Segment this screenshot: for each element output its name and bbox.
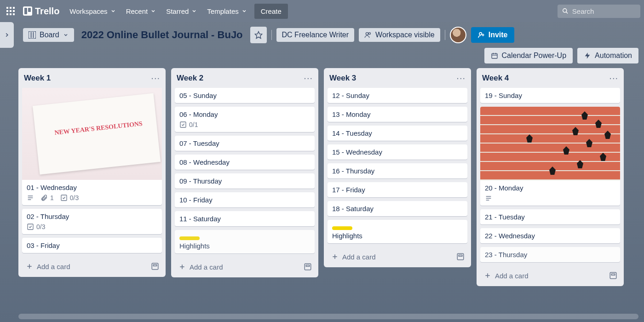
add-card-button[interactable]: Add a card — [176, 261, 302, 273]
list-menu-button[interactable]: ··· — [609, 73, 618, 83]
nav-item-workspaces[interactable]: Workspaces — [65, 5, 120, 18]
description-icon — [485, 195, 492, 202]
card-title: 19 - Sunday — [485, 92, 615, 99]
apps-launcher-icon[interactable] — [4, 5, 17, 17]
card[interactable]: 03 - Friday — [22, 238, 162, 253]
board-title[interactable]: 2022 Online Bullet Journal - BuJo — [79, 29, 246, 41]
sidebar-expand-button[interactable] — [0, 22, 14, 48]
board-header: Board 2022 Online Bullet Journal - BuJo … — [0, 22, 644, 48]
automation-button[interactable]: Automation — [577, 48, 638, 63]
svg-point-19 — [368, 33, 370, 34]
card-title: 09 - Thursday — [179, 177, 310, 185]
add-card-button[interactable]: Add a card — [328, 251, 454, 263]
card-title: 23 - Thursday — [485, 251, 615, 259]
nav-item-templates[interactable]: Templates — [202, 5, 251, 18]
workspace-button[interactable]: DC Freelance Writer — [276, 28, 355, 42]
card-cover-image — [22, 88, 162, 180]
card[interactable]: 08 - Wednesday — [175, 155, 315, 170]
card[interactable]: 12 - Sunday — [328, 88, 467, 103]
svg-rect-32 — [28, 224, 33, 230]
card-template-button[interactable] — [454, 251, 466, 263]
card[interactable]: 20 - Monday — [480, 107, 620, 206]
member-avatar[interactable] — [450, 27, 466, 43]
card-badges: 10/3 — [27, 194, 157, 201]
card[interactable]: 18 - Saturday — [328, 201, 467, 216]
star-icon — [254, 31, 263, 39]
search-box[interactable] — [558, 5, 640, 18]
card[interactable]: 14 - Tuesday — [328, 126, 467, 141]
card[interactable]: 16 - Thursday — [328, 163, 467, 178]
svg-point-20 — [479, 33, 482, 35]
svg-marker-17 — [255, 32, 262, 39]
list: Week 1···01 - Wednesday10/302 - Thursday… — [18, 68, 166, 277]
invite-button[interactable]: Invite — [471, 27, 514, 43]
list-title[interactable]: Week 2 — [177, 74, 203, 83]
card-template-button[interactable] — [607, 270, 619, 282]
board-canvas: Week 1···01 - Wednesday10/302 - Thursday… — [0, 68, 644, 307]
calendar-label: Calendar Power-Up — [502, 52, 567, 60]
list-menu-button[interactable]: ··· — [304, 73, 313, 83]
list-title[interactable]: Week 4 — [482, 74, 509, 83]
calendar-powerup-button[interactable]: Calendar Power-Up — [484, 48, 573, 63]
svg-line-13 — [566, 12, 568, 13]
card[interactable]: 11 - Saturday — [175, 211, 315, 226]
create-button[interactable]: Create — [254, 4, 288, 19]
card[interactable]: 21 - Tuesday — [480, 209, 620, 224]
horizontal-scrollbar[interactable] — [18, 314, 638, 319]
card[interactable]: 13 - Monday — [328, 107, 467, 122]
svg-rect-2 — [13, 7, 15, 9]
nav-item-label: Recent — [126, 7, 148, 15]
card-label-yellow[interactable] — [179, 236, 200, 240]
card[interactable]: Highlights — [175, 230, 315, 253]
card-template-button[interactable] — [302, 261, 314, 273]
card[interactable]: 22 - Wednesday — [480, 228, 620, 243]
card-badges: 0/1 — [179, 121, 310, 128]
card-title: 02 - Thursday — [27, 213, 157, 220]
card[interactable]: 01 - Wednesday10/3 — [22, 88, 162, 205]
search-input[interactable] — [572, 7, 636, 15]
card[interactable]: 07 - Tuesday — [175, 136, 315, 151]
svg-point-18 — [366, 33, 368, 35]
card[interactable]: 17 - Friday — [328, 182, 467, 197]
card[interactable]: 09 - Thursday — [175, 173, 315, 189]
top-nav: Trello WorkspacesRecentStarredTemplates … — [0, 0, 644, 22]
card[interactable]: 15 - Wednesday — [328, 144, 467, 160]
svg-rect-11 — [28, 8, 31, 12]
card-title: 05 - Sunday — [179, 92, 310, 99]
card-title: 17 - Friday — [332, 186, 463, 194]
card[interactable]: 06 - Monday0/1 — [175, 107, 315, 132]
list-title[interactable]: Week 1 — [24, 74, 51, 83]
svg-rect-7 — [10, 13, 12, 15]
visibility-button[interactable]: Workspace visible — [359, 28, 440, 42]
nav-item-label: Workspaces — [69, 7, 107, 15]
nav-item-recent[interactable]: Recent — [121, 5, 161, 18]
people-icon — [364, 31, 372, 39]
add-card-button[interactable]: Add a card — [23, 261, 149, 272]
card[interactable]: 23 - Thursday — [480, 247, 620, 262]
card[interactable]: 10 - Friday — [175, 192, 315, 207]
card-badges — [485, 195, 615, 202]
card[interactable]: 02 - Thursday0/3 — [22, 209, 162, 234]
svg-rect-52 — [611, 274, 615, 275]
card-title: Highlights — [179, 242, 310, 250]
list-menu-button[interactable]: ··· — [456, 73, 466, 83]
list-title[interactable]: Week 3 — [329, 74, 356, 83]
card-label-yellow[interactable] — [332, 226, 352, 230]
card-template-button[interactable] — [149, 260, 161, 272]
list-menu-button[interactable]: ··· — [151, 73, 160, 83]
visibility-label: Workspace visible — [375, 31, 435, 39]
add-card-label: Add a card — [37, 263, 70, 270]
board-icon — [29, 31, 36, 39]
view-switcher[interactable]: Board — [23, 28, 74, 42]
divider — [271, 30, 272, 40]
card-title: 20 - Monday — [485, 184, 615, 192]
add-card-button[interactable]: Add a card — [481, 270, 607, 282]
nav-item-label: Starred — [166, 7, 189, 15]
card[interactable]: Highlights — [328, 220, 467, 243]
nav-item-starred[interactable]: Starred — [161, 5, 201, 18]
brand-logo[interactable]: Trello — [20, 4, 62, 18]
card[interactable]: 19 - Sunday — [480, 88, 620, 103]
card[interactable]: 05 - Sunday — [175, 88, 315, 103]
star-button[interactable] — [250, 27, 267, 43]
chevron-right-icon — [4, 32, 10, 38]
